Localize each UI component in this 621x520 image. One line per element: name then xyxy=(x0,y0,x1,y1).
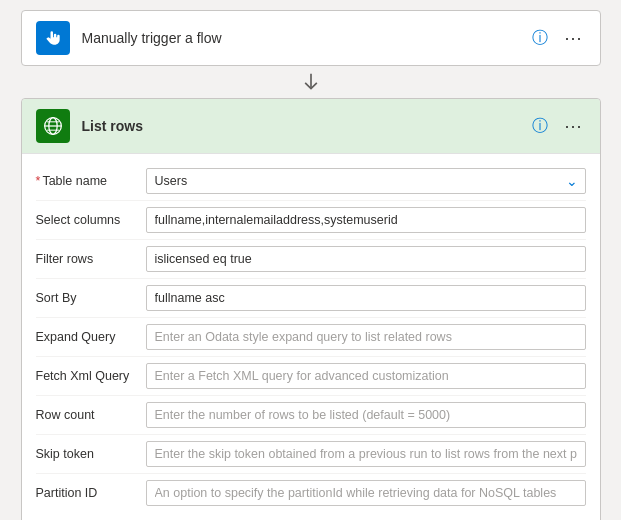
field-row-partition-id: Partition ID xyxy=(36,474,586,512)
partition-id-input[interactable] xyxy=(146,480,586,506)
connector-arrow xyxy=(301,66,321,98)
trigger-title: Manually trigger a flow xyxy=(82,30,516,46)
filter-rows-input[interactable] xyxy=(146,246,586,272)
field-row-filter-rows: Filter rows xyxy=(36,240,586,279)
table-name-label: *Table name xyxy=(36,174,146,188)
expand-query-input[interactable] xyxy=(146,324,586,350)
skip-token-input[interactable] xyxy=(146,441,586,467)
select-columns-label: Select columns xyxy=(36,213,146,227)
partition-id-label: Partition ID xyxy=(36,486,146,500)
list-rows-help-button[interactable]: ⓘ xyxy=(528,114,552,138)
field-row-fetch-xml-query: Fetch Xml Query xyxy=(36,357,586,396)
trigger-actions: ⓘ ··· xyxy=(528,26,586,50)
expand-query-label: Expand Query xyxy=(36,330,146,344)
hand-icon xyxy=(43,28,63,48)
list-rows-body: *Table name Users ⌄ Select columns Filte… xyxy=(22,154,600,520)
sort-by-input[interactable] xyxy=(146,285,586,311)
required-star: * xyxy=(36,174,41,188)
field-row-expand-query: Expand Query xyxy=(36,318,586,357)
filter-rows-label: Filter rows xyxy=(36,252,146,266)
list-rows-header: List rows ⓘ ··· xyxy=(22,99,600,154)
dataverse-icon xyxy=(43,116,63,136)
row-count-input[interactable] xyxy=(146,402,586,428)
arrow-down-icon xyxy=(301,72,321,92)
field-row-sort-by: Sort By xyxy=(36,279,586,318)
table-name-select[interactable]: Users xyxy=(146,168,586,194)
select-columns-input[interactable] xyxy=(146,207,586,233)
list-rows-help-icon: ⓘ xyxy=(532,116,548,137)
field-row-row-count: Row count xyxy=(36,396,586,435)
ellipsis-icon: ··· xyxy=(564,28,582,49)
trigger-icon xyxy=(36,21,70,55)
sort-by-label: Sort By xyxy=(36,291,146,305)
table-name-wrapper: Users ⌄ xyxy=(146,168,586,194)
row-count-label: Row count xyxy=(36,408,146,422)
field-row-select-columns: Select columns xyxy=(36,201,586,240)
skip-token-label: Skip token xyxy=(36,447,146,461)
trigger-ellipsis-button[interactable]: ··· xyxy=(562,26,586,50)
list-rows-icon xyxy=(36,109,70,143)
list-rows-ellipsis-icon: ··· xyxy=(564,116,582,137)
list-rows-ellipsis-button[interactable]: ··· xyxy=(562,114,586,138)
trigger-block: Manually trigger a flow ⓘ ··· xyxy=(21,10,601,66)
field-row-table-name: *Table name Users ⌄ xyxy=(36,162,586,201)
list-rows-title: List rows xyxy=(82,118,516,134)
help-icon: ⓘ xyxy=(532,28,548,49)
fetch-xml-query-label: Fetch Xml Query xyxy=(36,369,146,383)
list-rows-block: List rows ⓘ ··· *Table name Users ⌄ xyxy=(21,98,601,520)
list-rows-actions: ⓘ ··· xyxy=(528,114,586,138)
fetch-xml-query-input[interactable] xyxy=(146,363,586,389)
field-row-skip-token: Skip token xyxy=(36,435,586,474)
trigger-help-button[interactable]: ⓘ xyxy=(528,26,552,50)
